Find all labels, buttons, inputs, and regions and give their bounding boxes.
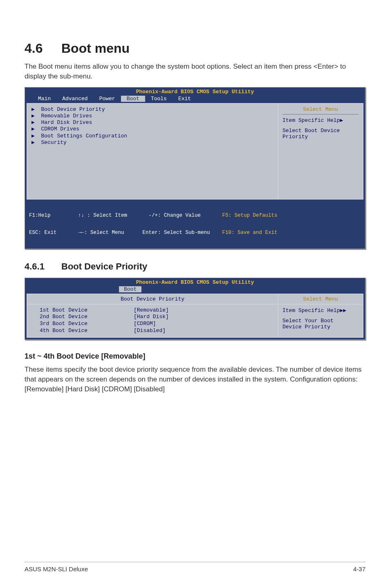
bios-menubar-sub: Boot [25, 286, 365, 294]
menu-boot[interactable]: Boot [121, 96, 145, 102]
section-intro: The Boot menu items allow you to change … [25, 62, 365, 81]
subsection-number: 4.6.1 [25, 261, 61, 272]
footer-line: F5: Setup Defaults [210, 213, 361, 218]
bios-item-label: Boot Device Priority [41, 106, 105, 112]
footer-product: ASUS M2N-SLI Deluxe [25, 566, 88, 572]
item-specific-help: Item Specific Help▶ [282, 117, 359, 123]
bios-item-label: 4th Boot Device [40, 328, 134, 334]
bios-screen-sub: Phoenix-Award BIOS CMOS Setup Utility Bo… [25, 278, 365, 340]
submenu-icon: ▶ [31, 113, 41, 119]
bios-item[interactable]: ▶ Security [31, 139, 273, 146]
help-description: Device Priority [282, 324, 359, 330]
bios-item[interactable]: ▶ Boot Settings Configuration [31, 133, 273, 139]
bios-item[interactable]: ▶ Hard Disk Drives [31, 119, 273, 126]
menu-tools[interactable]: Tools [145, 96, 173, 102]
footer-keys-right: F5: Setup Defaults F10: Save and Exit [210, 201, 361, 247]
setting-description: These items specify the boot device prio… [25, 365, 365, 394]
bios-help-pane: Item Specific Help▶▶ Select Your Boot De… [278, 305, 363, 337]
bios-subheader: Boot Device Priority Select Menu [27, 294, 363, 305]
menu-advanced[interactable]: Advanced [56, 96, 93, 102]
bios-menubar: Main Advanced Power Boot Tools Exit [25, 95, 365, 103]
bios-item-value: [CDROM] [134, 321, 156, 328]
sub-screen-title: Boot Device Priority [27, 294, 278, 305]
footer-line: F10: Save and Exit [210, 230, 361, 236]
footer-keys-left: F1:Help ↑↓ : Select Item -/+: Change Val… [29, 201, 210, 247]
select-menu-label: Select Menu [278, 294, 363, 305]
bios-item-label: Removable Drives [41, 113, 92, 119]
setting-heading: 1st ~ 4th Boot Device [Removable] [25, 352, 365, 361]
bios-item-value: [Removable] [134, 307, 169, 314]
help-description: Priority [282, 134, 359, 140]
subsection-heading: 4.6.1Boot Device Priority [25, 261, 365, 272]
help-description: Select Your Boot [282, 318, 359, 324]
submenu-icon: ▶ [31, 133, 41, 139]
item-specific-help: Item Specific Help▶▶ [282, 307, 359, 314]
bios-item-label: 1st Boot Device [40, 307, 134, 314]
bios-title: Phoenix-Award BIOS CMOS Setup Utility [25, 88, 365, 95]
bios-item[interactable]: 2nd Boot Device[Hard Disk] [40, 314, 273, 321]
bios-item[interactable]: 3rd Boot Device[CDROM] [40, 321, 273, 328]
menu-boot[interactable]: Boot [119, 286, 141, 292]
subsection-title: Boot Device Priority [61, 261, 147, 272]
bios-item[interactable]: ▶ Boot Device Priority [31, 106, 273, 113]
bios-item-label: Hard Disk Drives [41, 119, 92, 126]
bios-item-value: [Disabled] [134, 328, 166, 334]
bios-items-pane: ▶ Boot Device Priority ▶ Removable Drive… [27, 104, 278, 199]
submenu-icon: ▶ [31, 119, 41, 126]
select-menu-label: Select Menu [282, 106, 359, 114]
bios-screen-main: Phoenix-Award BIOS CMOS Setup Utility Ma… [25, 87, 365, 249]
submenu-icon: ▶ [31, 106, 41, 112]
bios-footer: F1:Help ↑↓ : Select Item -/+: Change Val… [25, 200, 365, 249]
bios-item[interactable]: ▶ CDROM Drives [31, 126, 273, 132]
help-description: Select Boot Device [282, 128, 359, 134]
section-heading: 4.6Boot menu [25, 41, 365, 56]
bios-item-value: [Hard Disk] [134, 314, 169, 321]
menu-exit[interactable]: Exit [173, 96, 197, 102]
section-number: 4.6 [25, 41, 61, 56]
bios-item[interactable]: 4th Boot Device[Disabled] [40, 328, 273, 334]
footer-page-number: 4-37 [353, 566, 365, 572]
bios-item-label: Security [41, 139, 66, 146]
menu-power[interactable]: Power [94, 96, 121, 102]
bios-item-label: CDROM Drives [41, 126, 79, 132]
footer-line: F1:Help ↑↓ : Select Item -/+: Change Val… [29, 213, 210, 218]
bios-item-label: Boot Settings Configuration [41, 133, 127, 139]
bios-item-label: 2nd Boot Device [40, 314, 134, 321]
bios-item-label: 3rd Boot Device [40, 321, 134, 328]
submenu-icon: ▶ [31, 139, 41, 146]
section-title: Boot menu [61, 41, 130, 56]
spacer [25, 286, 119, 292]
footer-line: ESC: Exit →←: Select Menu Enter: Select … [29, 230, 210, 236]
menu-main[interactable]: Main [32, 96, 56, 102]
bios-items-pane: 1st Boot Device[Removable] 2nd Boot Devi… [27, 305, 278, 337]
page-footer: ASUS M2N-SLI Deluxe 4-37 [25, 562, 365, 572]
bios-item[interactable]: ▶ Removable Drives [31, 113, 273, 119]
submenu-icon: ▶ [31, 126, 41, 132]
bios-item[interactable]: 1st Boot Device[Removable] [40, 307, 273, 314]
bios-title: Phoenix-Award BIOS CMOS Setup Utility [25, 278, 365, 286]
bios-help-pane: Select Menu Item Specific Help▶ Select B… [278, 104, 363, 199]
